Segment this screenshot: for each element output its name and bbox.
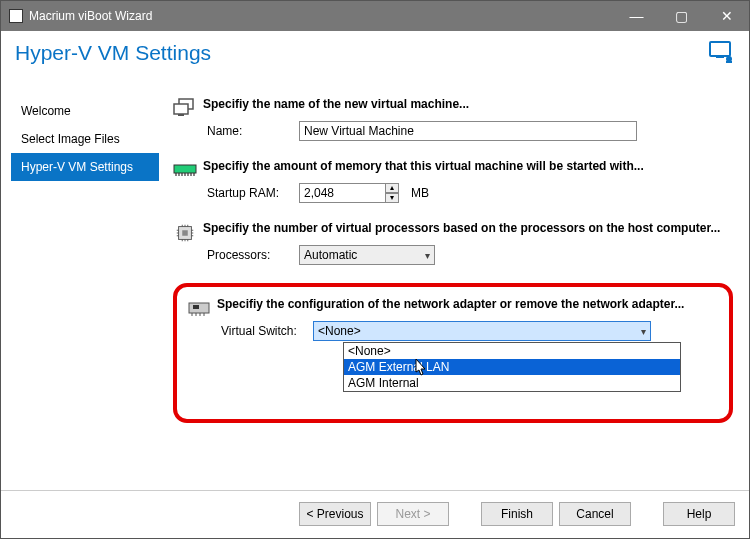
virtual-switch-value: <None> [318, 324, 361, 338]
vm-name-input[interactable] [299, 121, 637, 141]
section-processors: Specifiy the number of virtual processor… [173, 221, 733, 265]
svg-rect-10 [193, 305, 199, 309]
page-title: Hyper-V VM Settings [15, 41, 211, 65]
previous-button[interactable]: < Previous [299, 502, 371, 526]
sidebar-item-label: Welcome [21, 104, 71, 118]
wizard-footer: < Previous Next > Finish Cancel Help [1, 490, 749, 536]
sidebar-item-welcome[interactable]: Welcome [11, 97, 159, 125]
sidebar-item-select-image-files[interactable]: Select Image Files [11, 125, 159, 153]
chevron-down-icon: ▾ [641, 326, 646, 337]
virtual-switch-dropdown[interactable]: <None> AGM External LAN AGM Internal [343, 342, 681, 392]
svg-rect-1 [716, 56, 724, 58]
svg-rect-0 [710, 42, 730, 56]
header: Hyper-V VM Settings [1, 31, 749, 83]
chevron-up-icon[interactable]: ▴ [385, 183, 399, 193]
section-desc: Specifiy the number of virtual processor… [203, 221, 733, 235]
dropdown-option-agm-internal[interactable]: AGM Internal [344, 375, 680, 391]
section-desc: Specifiy the configuration of the networ… [217, 297, 719, 311]
finish-button[interactable]: Finish [481, 502, 553, 526]
virtual-switch-select[interactable]: <None> ▾ [313, 321, 651, 341]
section-network-highlight: Specifiy the configuration of the networ… [173, 283, 733, 423]
maximize-button[interactable]: ▢ [659, 1, 704, 31]
dropdown-option-agm-external-lan[interactable]: AGM External LAN [344, 359, 680, 375]
app-icon [9, 9, 23, 23]
wizard-steps-sidebar: Welcome Select Image Files Hyper-V VM Se… [11, 85, 159, 484]
sidebar-item-hyperv-vm-settings[interactable]: Hyper-V VM Settings [11, 153, 159, 181]
ram-unit: MB [411, 186, 429, 200]
field-label-processors: Processors: [203, 248, 299, 262]
sidebar-item-label: Hyper-V VM Settings [21, 160, 133, 174]
monitor-network-icon [709, 41, 735, 67]
field-label-virtual-switch: Virtual Switch: [217, 324, 313, 338]
help-button[interactable]: Help [663, 502, 735, 526]
monitors-icon [173, 97, 203, 141]
section-desc: Specifiy the amount of memory that this … [203, 159, 733, 173]
network-adapter-icon [187, 297, 217, 391]
svg-rect-5 [178, 114, 184, 116]
ram-stepper[interactable]: ▴ ▾ [385, 183, 399, 203]
next-button[interactable]: Next > [377, 502, 449, 526]
section-desc: Specifiy the name of the new virtual mac… [203, 97, 733, 111]
field-label-ram: Startup RAM: [203, 186, 299, 200]
section-vm-name: Specifiy the name of the new virtual mac… [173, 97, 733, 141]
processors-select[interactable]: Automatic ▾ [299, 245, 435, 265]
svg-rect-8 [182, 230, 188, 236]
svg-rect-6 [174, 165, 196, 173]
settings-form: Specifiy the name of the new virtual mac… [159, 85, 739, 484]
field-label-name: Name: [203, 124, 299, 138]
minimize-button[interactable]: — [614, 1, 659, 31]
window-title: Macrium viBoot Wizard [29, 9, 152, 23]
close-button[interactable]: ✕ [704, 1, 749, 31]
svg-rect-4 [174, 104, 188, 114]
section-startup-ram: Specifiy the amount of memory that this … [173, 159, 733, 203]
dropdown-option-none[interactable]: <None> [344, 343, 680, 359]
sidebar-item-label: Select Image Files [21, 132, 120, 146]
ram-icon [173, 159, 203, 203]
chevron-down-icon: ▾ [425, 250, 430, 261]
cancel-button[interactable]: Cancel [559, 502, 631, 526]
titlebar: Macrium viBoot Wizard — ▢ ✕ [1, 1, 749, 31]
cpu-icon [173, 221, 203, 265]
processors-value: Automatic [304, 248, 357, 262]
startup-ram-input[interactable] [299, 183, 386, 203]
chevron-down-icon[interactable]: ▾ [385, 193, 399, 203]
